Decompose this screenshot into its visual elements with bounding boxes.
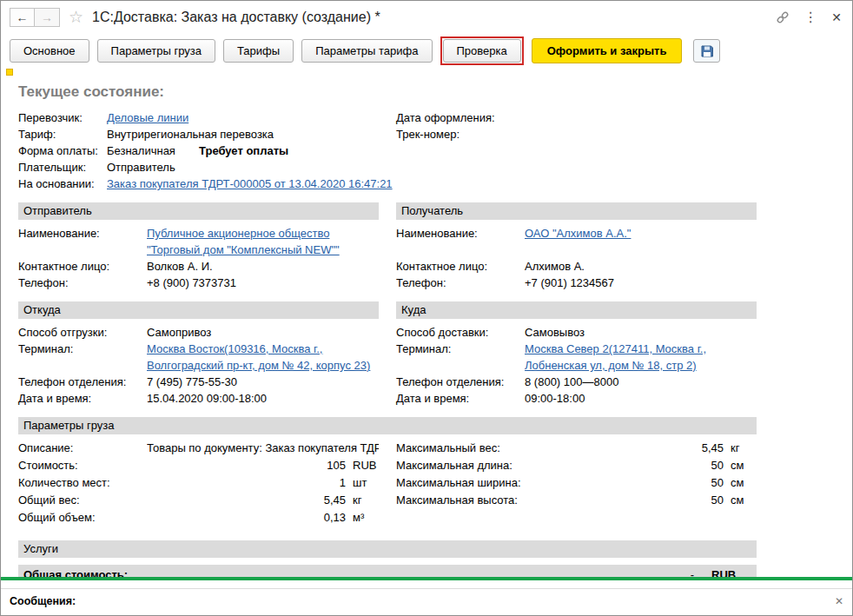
origin-phone-label: Телефон отделения: <box>18 374 147 390</box>
total-cost-value: - <box>691 567 694 577</box>
carrier-link[interactable]: Деловые линии <box>107 109 188 126</box>
basis-document-link[interactable]: Заказ покупателя ТДРТ-000005 от 13.04.20… <box>107 176 393 192</box>
origin-column: Способ отгрузки: Самопривоз Терминал: Мо… <box>18 324 379 407</box>
cargo-max-width-label: Максимальная ширина: <box>396 474 561 492</box>
sender-phone-value: +8 (900) 7373731 <box>147 275 236 291</box>
forward-button[interactable]: → <box>35 8 60 27</box>
cargo-description-value: Товары по документу: Заказ покупателя ТД… <box>147 440 379 457</box>
origin-terminal-link[interactable]: Москва Восток(109316, Москва г., Волгогр… <box>147 341 379 374</box>
cargo-description-label: Описание: <box>18 440 147 457</box>
cargo-max-height-row: Максимальная высота: 50 см <box>396 492 757 509</box>
cargo-places-row: Количество мест: 1 шт <box>18 474 379 492</box>
origin-datetime-value: 15.04.2020 09:00-18:00 <box>147 390 267 407</box>
toolbar: Основное Параметры груза Тарифы Параметр… <box>1 33 852 73</box>
cargo-section-header: Параметры груза <box>18 417 757 434</box>
destination-phone-row: Телефон отделения: 8 (800) 100—8000 <box>396 374 757 390</box>
cargo-weight-row: Общий вес: 5,45 кг <box>18 492 379 509</box>
cargo-section: Описание: Товары по документу: Заказ пок… <box>18 440 835 527</box>
get-link-icon[interactable] <box>776 10 790 24</box>
payer-label: Плательщик: <box>18 159 107 176</box>
cargo-cost-label: Стоимость: <box>18 457 147 474</box>
cargo-volume-row: Общий объем: 0,13 м³ <box>18 509 379 527</box>
sender-phone-row: Телефон: +8 (900) 7373731 <box>18 275 379 291</box>
origin-datetime-label: Дата и время: <box>18 390 147 407</box>
cargo-description-row: Описание: Товары по документу: Заказ пок… <box>18 440 379 457</box>
cargo-cost-row: Стоимость: 105 RUB <box>18 457 379 474</box>
current-state-right: Дата оформления: Трек-номер: <box>396 109 835 192</box>
window-close-icon[interactable]: ✕ <box>831 10 842 24</box>
page-title: Текущее состояние: <box>18 83 835 101</box>
current-state-section: Перевозчик: Деловые линии Тариф: Внутрир… <box>18 109 835 192</box>
favorite-star-icon[interactable]: ☆ <box>69 7 83 27</box>
tab-tariff-params[interactable]: Параметры тарифа <box>301 39 432 63</box>
sender-contact-row: Контактное лицо: Волков А. И. <box>18 258 379 275</box>
origin-terminal-label: Терминал: <box>18 341 147 374</box>
route-section: Способ отгрузки: Самопривоз Терминал: Мо… <box>18 324 835 407</box>
back-button[interactable]: ← <box>10 8 35 27</box>
window-title: 1С:Доставка: Заказ на доставку (создание… <box>92 10 769 25</box>
destination-phone-value: 8 (800) 100—8000 <box>525 374 618 390</box>
total-cost-bar: Общая стоимость: - RUB <box>18 565 757 577</box>
cargo-weight-value: 5,45 <box>147 492 346 509</box>
titlebar: ← → ☆ 1С:Доставка: Заказ на доставку (со… <box>1 1 852 33</box>
more-menu-icon[interactable]: ⋮ <box>803 9 817 25</box>
destination-section-header: Куда <box>396 301 757 319</box>
modified-marker <box>6 69 13 76</box>
origin-method-value: Самопривоз <box>147 324 211 341</box>
tab-cargo-params[interactable]: Параметры груза <box>97 39 215 63</box>
cargo-left-column: Описание: Товары по документу: Заказ пок… <box>18 440 379 527</box>
receiver-section-header: Получатель <box>396 202 757 220</box>
destination-phone-label: Телефон отделения: <box>396 374 525 390</box>
receiver-contact-label: Контактное лицо: <box>396 258 525 275</box>
cargo-max-height-unit: см <box>724 492 757 509</box>
destination-terminal-row: Терминал: Москва Север 2(127411, Москва … <box>396 341 757 374</box>
save-button[interactable] <box>693 39 720 63</box>
origin-phone-value: 7 (495) 775-55-30 <box>147 374 237 390</box>
tab-tariffs[interactable]: Тарифы <box>223 39 294 63</box>
sender-name-row: Наименование: Публичное акционерное обще… <box>18 225 379 258</box>
back-arrow-icon: ← <box>17 10 29 24</box>
cargo-weight-label: Общий вес: <box>18 492 147 509</box>
destination-method-row: Способ доставки: Самовывоз <box>396 324 757 341</box>
cargo-cost-unit: RUB <box>346 457 379 474</box>
receiver-contact-row: Контактное лицо: Алхимов А. <box>396 258 757 275</box>
destination-datetime-label: Дата и время: <box>396 390 525 407</box>
basis-row: На основании: Заказ покупателя ТДРТ-0000… <box>18 176 396 192</box>
origin-method-label: Способ отгрузки: <box>18 324 147 341</box>
forward-arrow-icon: → <box>41 10 53 24</box>
receiver-name-row: Наименование: ОАО "Алхимов А.А." <box>396 225 757 258</box>
floppy-icon <box>700 44 714 58</box>
destination-datetime-row: Дата и время: 09:00-18:00 <box>396 390 757 407</box>
parties-section: Наименование: Публичное акционерное обще… <box>18 225 835 291</box>
receiver-name-link[interactable]: ОАО "Алхимов А.А." <box>525 225 631 258</box>
tab-main[interactable]: Основное <box>10 39 89 63</box>
cargo-max-length-value: 50 <box>561 457 724 474</box>
cargo-volume-label: Общий объем: <box>18 509 147 527</box>
receiver-phone-value: +7 (901) 1234567 <box>525 275 614 291</box>
destination-method-value: Самовывоз <box>525 324 585 341</box>
app-window: ← → ☆ 1С:Доставка: Заказ на доставку (со… <box>0 0 853 616</box>
destination-terminal-label: Терминал: <box>396 341 525 374</box>
status-green-bar <box>1 577 852 580</box>
check-button[interactable]: Проверка <box>443 39 521 63</box>
cargo-max-height-value: 50 <box>561 492 724 509</box>
sender-contact-value: Волков А. И. <box>147 258 213 275</box>
total-cost-unit: RUB <box>711 567 751 577</box>
destination-terminal-link[interactable]: Москва Север 2(127411, Москва г., Лобнен… <box>525 341 757 374</box>
origin-phone-row: Телефон отделения: 7 (495) 775-55-30 <box>18 374 379 390</box>
destination-column: Способ доставки: Самовывоз Терминал: Мос… <box>396 324 757 407</box>
sender-section-header: Отправитель <box>18 202 379 220</box>
origin-method-row: Способ отгрузки: Самопривоз <box>18 324 379 341</box>
tariff-label: Тариф: <box>18 126 107 142</box>
cargo-places-unit: шт <box>346 474 379 492</box>
services-section-header: Услуги <box>18 540 757 558</box>
payment-form-value: Безналичная <box>107 142 199 159</box>
sender-name-link[interactable]: Публичное акционерное общество "Торговый… <box>147 225 379 258</box>
messages-close-icon[interactable]: ✕ <box>835 595 843 607</box>
carrier-row: Перевозчик: Деловые линии <box>18 109 396 126</box>
total-cost-label: Общая стоимость: <box>23 567 128 577</box>
messages-panel: Сообщения: ✕ <box>1 588 852 615</box>
submit-and-close-button[interactable]: Оформить и закрыть <box>532 38 683 63</box>
titlebar-actions: ⋮ ✕ <box>776 9 842 25</box>
check-button-highlight: Проверка <box>440 36 524 65</box>
